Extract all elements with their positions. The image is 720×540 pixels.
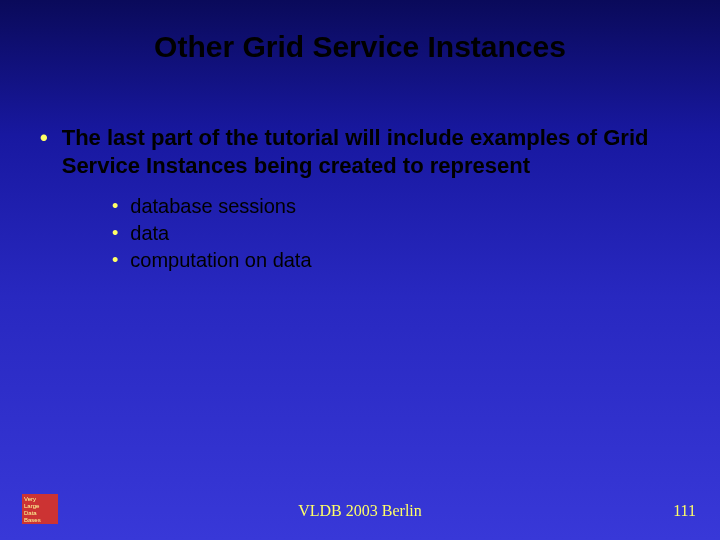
slide-title: Other Grid Service Instances (0, 0, 720, 74)
sub-bullet-list: • database sessions • data • computation… (40, 193, 680, 274)
main-bullet-text: The last part of the tutorial will inclu… (62, 124, 680, 179)
sub-bullet: • data (112, 220, 680, 247)
sub-bullet: • database sessions (112, 193, 680, 220)
page-number: 111 (673, 502, 696, 520)
sub-bullet-text: database sessions (130, 193, 296, 220)
bullet-icon: • (112, 193, 118, 220)
slide-footer: Very Large Data Bases VLDB 2003 Berlin 1… (0, 492, 720, 524)
bullet-icon: • (40, 124, 48, 152)
bullet-icon: • (112, 247, 118, 274)
bullet-icon: • (112, 220, 118, 247)
sub-bullet: • computation on data (112, 247, 680, 274)
main-bullet: • The last part of the tutorial will inc… (40, 124, 680, 179)
sub-bullet-text: data (130, 220, 169, 247)
sub-bullet-text: computation on data (130, 247, 311, 274)
footer-center-text: VLDB 2003 Berlin (0, 502, 720, 520)
slide-content: • The last part of the tutorial will inc… (0, 74, 720, 274)
